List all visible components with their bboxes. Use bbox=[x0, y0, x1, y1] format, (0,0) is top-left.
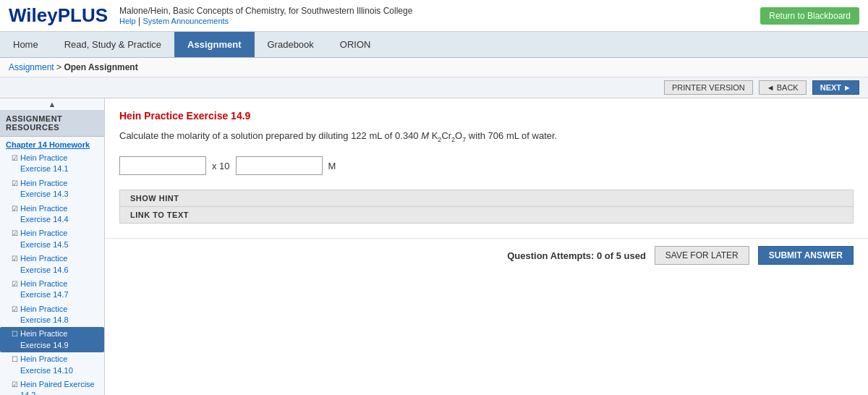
link-to-text-button[interactable]: LINK TO TEXT bbox=[120, 207, 853, 223]
next-button[interactable]: NEXT ► bbox=[812, 80, 859, 95]
sidebar-item-14-1[interactable]: ☑ Hein Practice Exercise 14.1 bbox=[0, 151, 104, 177]
question-text: Calculate the molarity of a solution pre… bbox=[119, 129, 854, 145]
check-icon: ☑ bbox=[12, 380, 18, 390]
attempts-row: Question Attempts: 0 of 5 used SAVE FOR … bbox=[105, 238, 868, 272]
answer-input-mantissa[interactable] bbox=[119, 156, 206, 175]
main-content: Hein Practice Exercise 14.9 Calculate th… bbox=[105, 98, 868, 395]
check-icon: ☐ bbox=[12, 354, 18, 365]
sidebar-item-14-6[interactable]: ☑ Hein Practice Exercise 14.6 bbox=[0, 252, 104, 277]
breadcrumb-separator: > bbox=[56, 62, 64, 72]
sidebar-section-title[interactable]: Chapter 14 Homework bbox=[0, 137, 104, 151]
breadcrumb-current: Open Assignment bbox=[64, 62, 137, 72]
check-icon: ☑ bbox=[12, 229, 18, 239]
check-icon: ☐ bbox=[12, 329, 18, 339]
nav-assignment[interactable]: Assignment bbox=[174, 32, 254, 57]
save-for-later-button[interactable]: SAVE FOR LATER bbox=[655, 246, 749, 265]
check-icon: ☑ bbox=[12, 179, 18, 189]
header-info: Malone/Hein, Basic Concepts of Chemistry… bbox=[119, 6, 412, 26]
sidebar-item-14-8[interactable]: ☑ Hein Practice Exercise 14.8 bbox=[0, 302, 104, 328]
breadcrumb: Assignment > Open Assignment bbox=[0, 58, 868, 77]
nav-gradebook[interactable]: Gradebook bbox=[255, 32, 327, 57]
check-icon: ☑ bbox=[12, 153, 18, 163]
printer-version-button[interactable]: PRINTER VERSION bbox=[664, 80, 753, 95]
question-area: Hein Practice Exercise 14.9 Calculate th… bbox=[105, 98, 868, 238]
check-icon: ☑ bbox=[12, 204, 18, 214]
content-wrapper: ▲ ASSIGNMENT RESOURCES Chapter 14 Homewo… bbox=[0, 98, 868, 395]
sidebar-item-14-5[interactable]: ☑ Hein Practice Exercise 14.5 bbox=[0, 226, 104, 252]
sidebar-item-14-7[interactable]: ☑ Hein Practice Exercise 14.7 bbox=[0, 277, 104, 302]
sidebar-item-14-10[interactable]: ☐ Hein Practice Exercise 14.10 bbox=[0, 352, 104, 378]
return-button-container: Return to Blackboard bbox=[760, 7, 859, 25]
check-icon: ☑ bbox=[12, 279, 18, 289]
show-hint-button[interactable]: SHOW HINT bbox=[120, 190, 853, 207]
header: WileyPLUS Malone/Hein, Basic Concepts of… bbox=[0, 0, 868, 32]
return-to-blackboard-button[interactable]: Return to Blackboard bbox=[760, 7, 859, 25]
question-title: Hein Practice Exercise 14.9 bbox=[119, 110, 854, 122]
sidebar-item-14-9[interactable]: ☐ Hein Practice Exercise 14.9 bbox=[0, 327, 104, 352]
answer-row: x 10 M bbox=[119, 156, 854, 175]
toolbar: PRINTER VERSION ◄ BACK NEXT ► bbox=[0, 77, 868, 98]
breadcrumb-assignment-link[interactable]: Assignment bbox=[9, 62, 54, 72]
unit-text: M bbox=[328, 161, 336, 171]
sidebar-item-14-4[interactable]: ☑ Hein Practice Exercise 14.4 bbox=[0, 202, 104, 227]
sidebar-header: ASSIGNMENT RESOURCES bbox=[0, 110, 104, 137]
nav-orion[interactable]: ORION bbox=[327, 32, 384, 57]
sidebar-item-paired-14-2[interactable]: ☑ Hein Paired Exercise 14.2 bbox=[0, 378, 104, 395]
help-link[interactable]: Help bbox=[119, 17, 136, 25]
nav-read-study[interactable]: Read, Study & Practice bbox=[51, 32, 174, 57]
answer-input-exponent[interactable] bbox=[236, 156, 323, 175]
submit-answer-button[interactable]: SUBMIT ANSWER bbox=[758, 246, 854, 265]
back-button[interactable]: ◄ BACK bbox=[759, 80, 807, 95]
check-icon: ☑ bbox=[12, 305, 18, 315]
announcements-link[interactable]: System Announcements bbox=[142, 17, 229, 25]
logo: WileyPLUS bbox=[9, 4, 108, 27]
multiplier-text: x 10 bbox=[212, 161, 230, 171]
hint-section: SHOW HINT LINK TO TEXT bbox=[119, 190, 854, 224]
course-title: Malone/Hein, Basic Concepts of Chemistry… bbox=[119, 6, 412, 16]
nav-home[interactable]: Home bbox=[0, 32, 51, 57]
sidebar-item-14-3[interactable]: ☑ Hein Practice Exercise 14.3 bbox=[0, 177, 104, 202]
check-icon: ☑ bbox=[12, 254, 18, 264]
attempts-text: Question Attempts: 0 of 5 used bbox=[507, 250, 646, 261]
navigation: Home Read, Study & Practice Assignment G… bbox=[0, 32, 868, 58]
sidebar-scroll-up[interactable]: ▲ bbox=[0, 98, 104, 110]
sidebar: ▲ ASSIGNMENT RESOURCES Chapter 14 Homewo… bbox=[0, 98, 105, 395]
